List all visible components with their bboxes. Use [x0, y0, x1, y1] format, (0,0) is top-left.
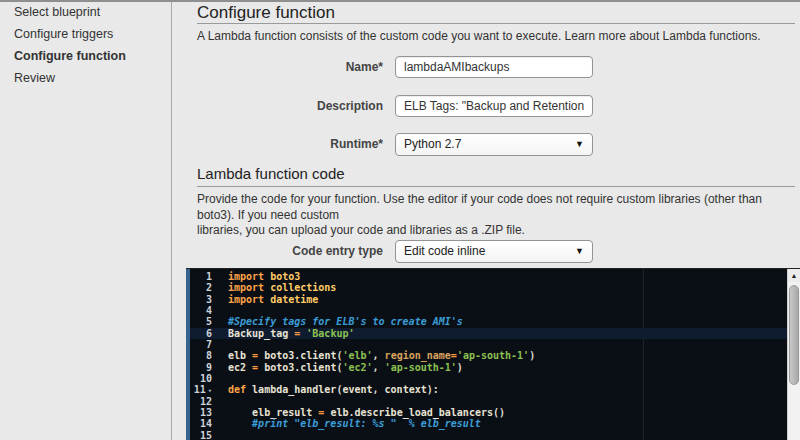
code-text	[216, 373, 228, 384]
code-line[interactable]: 5#Specify tags for ELB's to create AMI's	[190, 316, 787, 327]
code-text: Backup_tag = 'Backup'	[216, 328, 354, 339]
line-number: 6	[190, 328, 216, 339]
code-editor[interactable]: 1import boto32import collections3import …	[186, 268, 800, 440]
code-text: import collections	[216, 282, 336, 293]
section-divider	[197, 186, 795, 187]
line-number: 11▾	[190, 384, 216, 395]
code-line[interactable]: 4	[190, 305, 787, 316]
line-number: 5	[190, 316, 216, 327]
code-line[interactable]: 3import datetime	[190, 294, 787, 305]
description-input[interactable]	[395, 95, 593, 117]
chevron-down-icon: ▼	[575, 134, 584, 155]
code-entry-type-select[interactable]: Edit code inline ▼	[395, 240, 593, 263]
code-line[interactable]: 14 #print "elb_result: %s " % elb_result	[190, 418, 787, 429]
line-number: 3	[190, 294, 216, 305]
code-line[interactable]: 7	[190, 339, 787, 350]
code-text: def lambda_handler(event, context):	[216, 384, 439, 395]
sidebar-item-configure-triggers[interactable]: Configure triggers	[0, 24, 171, 46]
chevron-down-icon: ▼	[575, 241, 584, 262]
code-line[interactable]: 15	[190, 430, 787, 440]
line-number: 1	[190, 271, 216, 282]
line-number: 9	[190, 362, 216, 373]
fold-arrow-icon[interactable]: ▾	[208, 387, 212, 395]
editor-scrollbar[interactable]: ▲	[787, 269, 800, 440]
runtime-select[interactable]: Python 2.7 ▼	[395, 133, 593, 156]
line-number: 2	[190, 282, 216, 293]
code-text	[216, 339, 228, 350]
line-number: 13	[190, 407, 216, 418]
scrollbar-up-icon[interactable]: ▲	[788, 269, 800, 282]
main-content: Configure function A Lambda function con…	[173, 2, 800, 440]
code-text: ec2 = boto3.client('ec2', 'ap-south-1')	[216, 362, 463, 373]
line-number: 12	[190, 396, 216, 407]
sidebar-item-review[interactable]: Review	[0, 68, 171, 90]
code-line[interactable]: 11▾def lambda_handler(event, context):	[190, 384, 787, 395]
page-title: Configure function	[197, 3, 335, 23]
code-line[interactable]: 10	[190, 373, 787, 384]
code-text: elb_result = elb.describe_load_balancers…	[216, 407, 505, 418]
line-number: 15	[190, 430, 216, 440]
code-text: elb = boto3.client('elb', region_name='a…	[216, 350, 535, 361]
code-text: import boto3	[216, 271, 300, 282]
runtime-label: Runtime*	[197, 133, 383, 155]
function-section-description: A Lambda function consists of the custom…	[197, 29, 761, 43]
name-label: Name*	[197, 56, 383, 78]
code-text	[216, 430, 228, 440]
line-number: 7	[190, 339, 216, 350]
code-line[interactable]: 12	[190, 396, 787, 407]
code-section-title: Lambda function code	[197, 165, 345, 182]
code-text: #print "elb_result: %s " % elb_result	[216, 418, 481, 429]
line-number: 4	[190, 305, 216, 316]
scrollbar-thumb[interactable]	[789, 285, 799, 385]
code-text	[216, 396, 228, 407]
sidebar-item-select-blueprint[interactable]: Select blueprint	[0, 2, 171, 24]
code-line[interactable]: 1import boto3	[190, 271, 787, 282]
wizard-sidebar: Select blueprint Configure triggers Conf…	[0, 2, 172, 440]
code-line[interactable]: 9ec2 = boto3.client('ec2', 'ap-south-1')	[190, 362, 787, 373]
code-text: import datetime	[216, 294, 318, 305]
code-line[interactable]: 6Backup_tag = 'Backup'	[190, 328, 787, 339]
code-line[interactable]: 13 elb_result = elb.describe_load_balanc…	[190, 407, 787, 418]
line-number: 8	[190, 350, 216, 361]
code-entry-selected-value: Edit code inline	[404, 244, 485, 258]
code-text	[216, 305, 228, 316]
name-input[interactable]	[395, 56, 593, 78]
code-lines[interactable]: 1import boto32import collections3import …	[190, 271, 787, 440]
code-line[interactable]: 2import collections	[190, 282, 787, 293]
line-number: 10	[190, 373, 216, 384]
code-entry-type-label: Code entry type	[197, 240, 383, 262]
code-line[interactable]: 8elb = boto3.client('elb', region_name='…	[190, 350, 787, 361]
code-section-description: Provide the code for your function. Use …	[197, 192, 777, 239]
editor-surface[interactable]: 1import boto32import collections3import …	[190, 269, 787, 440]
description-label: Description	[197, 95, 383, 117]
runtime-selected-value: Python 2.7	[404, 137, 461, 151]
line-number: 14	[190, 418, 216, 429]
section-divider	[197, 23, 795, 24]
sidebar-item-configure-function[interactable]: Configure function	[0, 46, 171, 68]
code-text: #Specify tags for ELB's to create AMI's	[216, 316, 463, 327]
